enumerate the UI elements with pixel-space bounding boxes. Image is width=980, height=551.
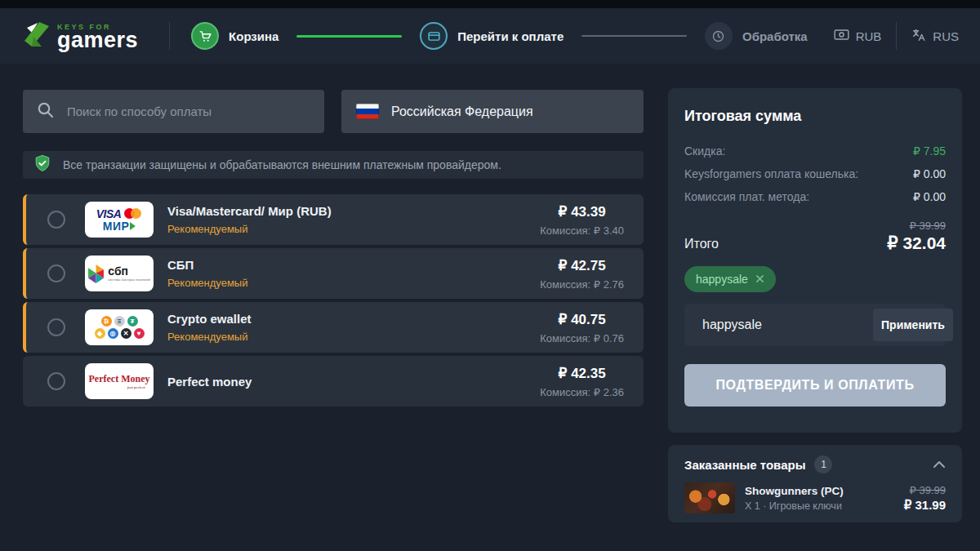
promo-code-input[interactable]: [701, 317, 873, 333]
payment-method-visa-mc-mir[interactable]: VISA МИР Visa/Mastercard/ Мир (RUB) Реко…: [23, 194, 644, 245]
crypto-coins-logo: ₿ Ξ ₮ ◆ ◎ ✕ ♥: [85, 309, 154, 345]
country-selector[interactable]: Российская Федерация: [341, 90, 644, 133]
total-old-price: ₽ 39.99: [887, 220, 946, 232]
sbp-mark-icon: [88, 264, 104, 283]
currency-selector[interactable]: RUB: [834, 29, 882, 43]
step-cart[interactable]: Корзина: [191, 22, 278, 50]
perfect-money-logo: Perfect Money just perfect: [85, 363, 154, 399]
payment-method-name: Visa/Mastercard/ Мир (RUB): [167, 204, 332, 218]
close-icon[interactable]: [755, 272, 764, 287]
perfect-money-caption: just perfect: [127, 385, 145, 389]
summary-title: Итоговая сумма: [684, 108, 946, 125]
search-icon: [36, 100, 56, 123]
summary-label: Комиссия плат. метода:: [684, 190, 809, 203]
items-count-badge: 1: [814, 455, 832, 473]
header-divider: [896, 22, 897, 50]
security-banner: Все транзакции защищены и обрабатываются…: [23, 151, 644, 179]
country-name: Российская Федерация: [391, 104, 533, 119]
game-title: Showgunners (PC): [745, 485, 844, 497]
checkout-steps: Корзина Перейти к оплате Обработка: [170, 22, 829, 50]
logo-gamers-text: gamers: [57, 31, 138, 50]
translate-icon: [911, 28, 926, 45]
step-payment-label: Перейти к оплате: [457, 29, 564, 43]
coin-icon: ✕: [121, 328, 131, 339]
step-payment[interactable]: Перейти к оплате: [420, 22, 564, 50]
sbp-wordmark: сбп: [108, 265, 128, 277]
search-country-row: Российская Федерация: [23, 90, 644, 133]
payment-method-name: Perfect money: [167, 375, 252, 389]
step-progress-pending: [581, 35, 687, 37]
payment-search: [23, 90, 324, 133]
total-label: Итого: [684, 237, 719, 251]
language-selector[interactable]: RUS: [911, 28, 959, 45]
banknote-icon: [834, 29, 849, 43]
summary-label: Скидка:: [684, 144, 725, 158]
search-input[interactable]: [65, 104, 311, 119]
cart-icon: [191, 22, 219, 50]
mir-wordmark: МИР: [103, 220, 130, 233]
coin-icon: ◆: [95, 328, 105, 339]
payment-method-name: СБП: [167, 258, 247, 272]
payment-method-crypto[interactable]: ₿ Ξ ₮ ◆ ◎ ✕ ♥ Crypto ewallet Рекомендуем…: [23, 302, 644, 353]
promo-tag: happysale: [684, 266, 776, 292]
promo-code-box: Применить: [684, 304, 946, 346]
apply-promo-button[interactable]: Применить: [873, 309, 953, 341]
payment-price: ₽ 40.75: [559, 311, 606, 328]
summary-row-wallet: Keysforgamers оплата кошелька: ₽ 0.00: [684, 167, 946, 180]
currency-label: RUB: [856, 29, 882, 43]
item-old-price: ₽ 39.99: [904, 484, 946, 496]
radio-button[interactable]: [47, 372, 65, 390]
order-summary-panel: Итоговая сумма Скидка: ₽ 7.95 Keysforgam…: [668, 88, 962, 433]
perfect-money-wordmark: Perfect Money: [89, 373, 150, 385]
radio-button[interactable]: [47, 211, 65, 229]
radio-button[interactable]: [47, 318, 65, 336]
order-item: Showgunners (PC) X 1 · Игровые ключи ₽ 3…: [684, 482, 946, 513]
visa-mastercard-mir-logo: VISA МИР: [85, 202, 154, 238]
payment-fee: Комиссия: ₽ 2.36: [540, 386, 624, 398]
header-controls: RUB RUS: [834, 22, 959, 50]
shield-check-icon: [33, 154, 51, 176]
payment-fee: Комиссия: ₽ 3.40: [540, 224, 624, 237]
russia-flag-icon: [356, 104, 379, 119]
confirm-pay-button[interactable]: ПОДТВЕРДИТЬ И ОПЛАТИТЬ: [684, 364, 946, 407]
payment-method-perfect-money[interactable]: Perfect Money just perfect Perfect money…: [23, 356, 644, 407]
coin-icon: ◎: [108, 328, 118, 339]
recommended-label: Рекомендуемый: [167, 277, 247, 289]
site-logo[interactable]: KEYS FOR gamers: [21, 20, 138, 52]
payment-method-sbp[interactable]: сбп система быстрых платежей СБП Рекомен…: [23, 248, 644, 299]
radio-button[interactable]: [47, 264, 65, 282]
total-new-price: ₽ 32.04: [887, 233, 946, 253]
promo-tag-label: happysale: [696, 273, 748, 286]
game-thumbnail: [684, 482, 735, 513]
step-processing-label: Обработка: [742, 29, 808, 43]
payment-price: ₽ 42.35: [559, 365, 606, 382]
chevron-up-icon[interactable]: [933, 457, 946, 472]
step-progress-done: [296, 35, 402, 38]
payment-price: ₽ 42.75: [559, 257, 606, 274]
recommended-label: Рекомендуемый: [167, 331, 252, 343]
summary-label: Keysforgamers оплата кошелька:: [684, 167, 858, 180]
discount-value: ₽ 7.95: [913, 144, 946, 158]
fee-value: ₽ 0.00: [913, 190, 946, 203]
logo-k-icon: [21, 20, 51, 52]
payment-fee: Комиссия: ₽ 0.76: [540, 332, 624, 344]
payment-methods-list: VISA МИР Visa/Mastercard/ Мир (RUB) Реко…: [23, 194, 644, 407]
clock-icon: [705, 22, 733, 50]
ordered-items-title: Заказанные товары: [684, 458, 805, 472]
step-cart-label: Корзина: [229, 29, 278, 43]
item-price: ₽ 31.99: [904, 498, 946, 513]
bitcoin-icon: ₿: [101, 316, 112, 327]
ordered-items-header[interactable]: Заказанные товары 1: [684, 455, 946, 473]
language-label: RUS: [933, 29, 959, 43]
summary-row-fee: Комиссия плат. метода: ₽ 0.00: [684, 190, 946, 203]
ordered-items-panel: Заказанные товары 1 Showgunners (PC) X 1…: [668, 445, 962, 522]
sbp-caption: система быстрых платежей: [108, 278, 149, 282]
recommended-label: Рекомендуемый: [167, 223, 332, 235]
step-processing: Обработка: [705, 22, 808, 50]
card-icon: [420, 22, 448, 50]
summary-row-discount: Скидка: ₽ 7.95: [684, 144, 946, 158]
coin-icon: ♥: [134, 328, 145, 339]
mir-arrow-icon: [130, 222, 136, 230]
security-notice-text: Все транзакции защищены и обрабатываются…: [63, 158, 501, 171]
tether-icon: ₮: [127, 316, 138, 327]
